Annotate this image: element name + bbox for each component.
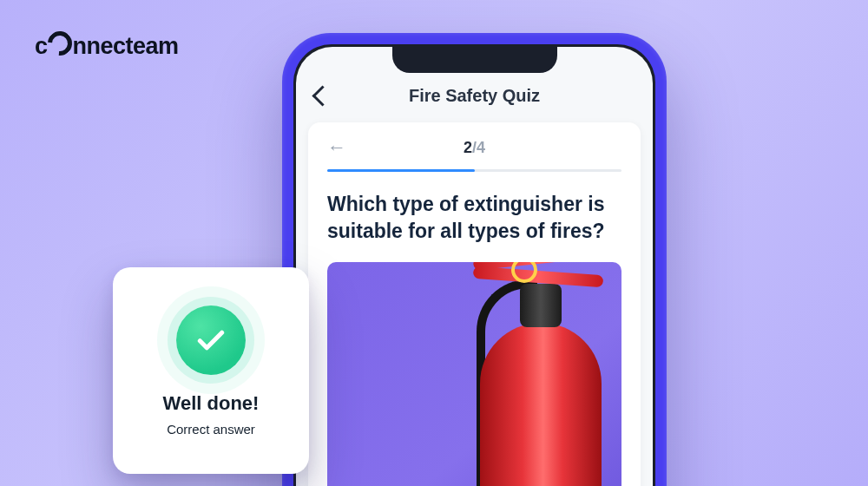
check-icon	[194, 324, 227, 357]
success-badge	[176, 305, 246, 375]
quiz-card: ← 2/4 Which type of extinguisher is suit…	[308, 122, 641, 486]
popup-sub: Correct answer	[167, 422, 255, 437]
progress-fill	[327, 169, 475, 172]
progress-track	[327, 169, 621, 172]
extinguisher-handle-icon	[473, 262, 603, 290]
popup-heading: Well done!	[163, 392, 260, 415]
page-title: Fire Safety Quiz	[296, 86, 653, 106]
counter-sep: /	[472, 139, 477, 156]
question-text: Which type of extinguisher is suitable f…	[327, 191, 621, 245]
counter-current: 2	[464, 139, 472, 156]
question-image	[327, 262, 621, 486]
screen: Fire Safety Quiz ← 2/4 Which type of ext…	[296, 47, 653, 486]
extinguisher-neck-icon	[520, 284, 562, 327]
extinguisher-body-icon	[480, 323, 602, 486]
card-back-icon[interactable]: ←	[327, 138, 346, 157]
device-notch	[392, 47, 557, 73]
brand-logo: cconnecteamnnecteam	[35, 31, 179, 60]
logo-ring-icon	[43, 26, 76, 60]
back-icon[interactable]	[312, 85, 332, 106]
counter-total: 4	[477, 139, 485, 156]
result-popup: Well done! Correct answer	[113, 267, 309, 474]
question-counter: 2/4	[327, 139, 621, 157]
device-frame: Fire Safety Quiz ← 2/4 Which type of ext…	[282, 33, 667, 486]
